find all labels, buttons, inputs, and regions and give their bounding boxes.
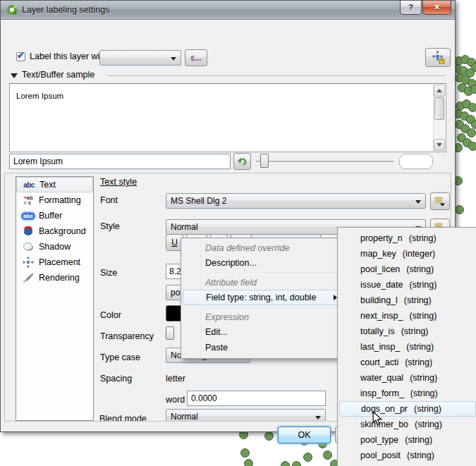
submenu-item-skimmer_bo[interactable]: skimmer_bo(string) [338, 417, 476, 432]
submenu-item-building_l[interactable]: building_l(string) [338, 293, 476, 308]
dropdown-arrow-icon [171, 57, 176, 61]
ok-button[interactable]: OK [278, 427, 331, 443]
blend-mode-combo[interactable]: Normal [166, 409, 326, 422]
menu-item-edit[interactable]: Edit... [181, 324, 345, 340]
field-name: next_insp_ [360, 311, 403, 321]
map-point [281, 461, 290, 466]
font-label: Font [100, 195, 118, 205]
letter-spacing-label: letter [166, 374, 185, 384]
menu-item-field-type[interactable]: Field type: string, int, double [183, 290, 343, 305]
font-data-defined-button[interactable] [430, 192, 450, 210]
arrow-up-icon [437, 89, 442, 92]
style-combo-value: Normal [171, 222, 198, 232]
field-type: (string) [415, 417, 442, 432]
text-style-heading: Text style [100, 177, 137, 187]
collapse-arrow-icon[interactable] [11, 73, 18, 78]
field-type: (integer) [403, 246, 436, 262]
text-sample-preview: Lorem Ipsum [9, 83, 446, 152]
preview-scrollbar[interactable] [433, 85, 445, 151]
submenu-item-water_qual[interactable]: water_qual(string) [338, 370, 476, 386]
map-point [468, 142, 476, 151]
field-type: (string) [405, 432, 432, 448]
menu-header-data-defined: Data defined override [181, 241, 345, 255]
sample-text-input-value: Lorem Ipsum [13, 157, 63, 166]
sidebar-item-label: Formatting [37, 195, 81, 205]
map-point [240, 448, 250, 458]
field-name: map_key [360, 249, 396, 259]
dialog-title: Layer labeling settings [22, 5, 109, 15]
auto-placement-settings-button[interactable] [425, 48, 451, 67]
submenu-item-court_acti[interactable]: court_acti(string) [338, 355, 476, 370]
sidebar-item-buffer[interactable]: abc Buffer [16, 208, 93, 223]
help-button[interactable]: ? [400, 1, 422, 15]
menu-header-attribute-field: Attribute field [181, 276, 345, 290]
label-layer-checkbox[interactable]: ✔ [16, 52, 25, 61]
field-name: property_n [360, 233, 403, 243]
submenu-item-issue_date[interactable]: issue_date(string) [338, 277, 476, 293]
sidebar-item-label: Rendering [37, 273, 80, 283]
menu-item-paste[interactable]: Paste [181, 340, 345, 355]
settings-sidebar: abc Text +ab< c Formatting abc Buffer [16, 176, 94, 421]
menu-item-description[interactable]: Description... [181, 255, 345, 271]
sidebar-item-rendering[interactable]: Rendering [16, 270, 93, 286]
field-name: building_l [360, 295, 398, 305]
field-name: skimmer_bo [360, 419, 408, 429]
sidebar-item-shadow[interactable]: Shadow [16, 239, 93, 255]
field-name: water_qual [360, 373, 403, 383]
submenu-item-totally_is[interactable]: totally_is(string) [338, 324, 476, 339]
sample-section-header[interactable]: Text/Buffer sample [22, 70, 94, 80]
close-button[interactable]: ✕ [422, 1, 451, 15]
map-point [244, 459, 253, 466]
map-point [303, 453, 312, 462]
font-combo[interactable]: MS Shell Dlg 2 [166, 193, 426, 209]
submenu-item-next_insp_[interactable]: next_insp_(string) [338, 308, 476, 324]
formatting-icon: +ab< c [20, 195, 37, 206]
sidebar-item-background[interactable]: Background [16, 223, 93, 239]
field-name: court_acti [360, 357, 398, 367]
field-type: (string) [409, 231, 437, 246]
dropdown-arrow-icon [315, 416, 321, 419]
submenu-item-partial[interactable]: fence_type(string) [338, 463, 476, 466]
scroll-down-button[interactable] [434, 139, 445, 151]
field-type: (string) [414, 402, 441, 416]
submenu-item-property_n[interactable]: property_n(string) [338, 231, 476, 246]
background-icon [20, 226, 37, 237]
value-box[interactable] [399, 154, 433, 169]
sidebar-item-placement[interactable]: Placement [16, 255, 93, 270]
submenu-item-insp_form_[interactable]: insp_form_(string) [338, 386, 476, 401]
slider-handle[interactable] [260, 154, 269, 168]
sidebar-item-formatting[interactable]: +ab< c Formatting [16, 192, 93, 208]
sidebar-item-label: Shadow [37, 242, 71, 252]
label-field-combo[interactable] [99, 50, 181, 66]
mouse-cursor [372, 412, 383, 426]
field-submenu: property_n(string) map_key(integer) pool… [337, 227, 476, 466]
checkmark-icon: ✔ [17, 50, 25, 61]
transparency-slider-handle[interactable] [166, 326, 174, 340]
submenu-item-dogs_on_pr[interactable]: dogs_on_pr(string) [339, 401, 476, 417]
sidebar-item-label: Text [37, 180, 56, 190]
scrollbar-thumb[interactable] [434, 97, 444, 120]
field-type: (string) [406, 262, 434, 277]
submenu-item-last_insp_[interactable]: last_insp_(string) [338, 339, 476, 355]
reset-sample-button[interactable] [233, 153, 251, 170]
underline-icon: U [171, 238, 178, 247]
sample-text-input[interactable]: Lorem Ipsum [9, 154, 231, 169]
field-name: issue_date [360, 280, 403, 290]
field-type: (string) [404, 293, 432, 308]
submenu-item-pool_posit[interactable]: pool_posit(string) [338, 448, 476, 463]
sample-size-slider[interactable] [256, 161, 394, 162]
qgis-logo-icon [6, 4, 18, 16]
menu-separator [203, 307, 343, 308]
word-spacing-input[interactable]: 0.0000 [187, 391, 326, 406]
text-abc-icon: abc [20, 179, 37, 190]
help-icon: ? [408, 3, 413, 11]
sidebar-item-text[interactable]: abc Text [16, 177, 93, 192]
arrow-down-icon [437, 143, 442, 147]
blend-mode-label: Blend mode [99, 414, 147, 422]
submenu-item-map_key[interactable]: map_key(integer) [338, 246, 476, 262]
scroll-up-button[interactable] [434, 85, 445, 97]
submenu-item-pool_licen[interactable]: pool_licen(string) [338, 262, 476, 277]
expression-builder-button[interactable]: ε... [185, 49, 207, 66]
dialog-titlebar[interactable]: Layer labeling settings ? ✕ [1, 1, 455, 20]
submenu-item-pool_type[interactable]: pool_type(string) [338, 432, 476, 448]
